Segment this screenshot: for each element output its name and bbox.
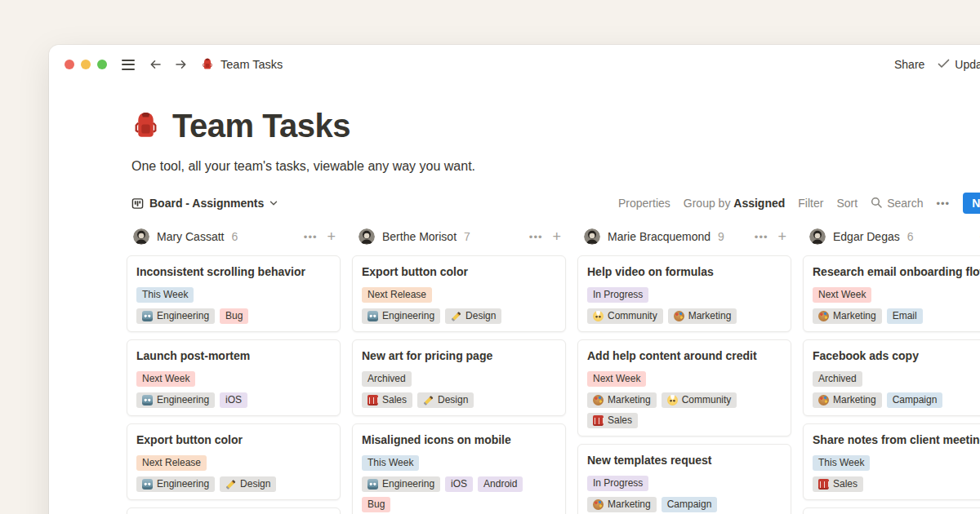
chevron-down-icon [270, 200, 278, 206]
column-count: 6 [231, 230, 238, 243]
forward-arrow-icon[interactable] [174, 58, 188, 71]
tag-pill: Android [478, 476, 523, 492]
palette-icon [674, 311, 684, 321]
task-card[interactable]: Share notes from client meeting This Wee… [803, 423, 980, 500]
board-column: Mary Cassatt 6 ••• + Inconsistent scroll… [127, 228, 341, 514]
status-pill: In Progress [587, 287, 648, 303]
tag-pill: Campaign [887, 392, 943, 408]
task-card[interactable]: New art for pricing page Archived SalesD… [352, 339, 566, 416]
page-subtitle[interactable]: One tool, all your team's tasks, viewabl… [49, 159, 980, 174]
column-add-icon[interactable]: + [327, 229, 336, 244]
task-card[interactable]: Help video on formulas In Progress Commu… [577, 255, 791, 332]
column-add-icon[interactable]: + [777, 229, 786, 244]
updates-label: Updates [955, 58, 980, 71]
card-status-row: Next Week [136, 370, 331, 387]
properties-button[interactable]: Properties [618, 197, 670, 210]
check-icon [938, 58, 950, 71]
updates-button[interactable]: Updates [938, 58, 980, 71]
share-button[interactable]: Share [894, 58, 924, 71]
more-options-icon[interactable]: ••• [936, 197, 950, 210]
card-title: Share notes from client meeting [813, 432, 980, 448]
card-tags-row: SalesDesign [362, 392, 556, 408]
card-list: Inconsistent scrolling behavior This Wee… [127, 255, 341, 514]
column-more-icon[interactable]: ••• [755, 231, 768, 243]
card-tags-row: EngineeringBug [136, 308, 331, 324]
column-more-icon[interactable]: ••• [529, 231, 543, 243]
card-tags-row: Sales [813, 476, 980, 492]
close-window-button[interactable] [65, 60, 74, 69]
view-label: Board - Assignments [149, 197, 264, 210]
board-column: Berthe Morisot 7 ••• + Export button col… [352, 228, 566, 514]
card-title: Inconsistent scrolling behavior [136, 264, 331, 280]
bank-icon [818, 479, 829, 490]
page-icon-backpack[interactable] [131, 109, 161, 143]
tag-pill: Design [417, 392, 474, 408]
status-pill: This Week [362, 455, 419, 471]
back-arrow-icon[interactable] [149, 58, 163, 71]
column-title: Berthe Morisot [382, 230, 457, 243]
card-status-row: This Week [813, 454, 980, 471]
filter-button[interactable]: Filter [798, 197, 823, 210]
card-list: Export button color Next Release Enginee… [352, 255, 566, 514]
task-card[interactable]: Email drip campaign [803, 507, 980, 514]
tag-pill: Engineering [136, 476, 215, 492]
card-list: Research email onboarding flows Next Wee… [803, 255, 980, 514]
pencil-icon [451, 311, 461, 321]
breadcrumb[interactable]: Team Tasks [201, 57, 283, 73]
robot-icon [368, 479, 378, 490]
card-status-row: Next Release [136, 454, 331, 471]
column-header: Marie Bracquemond 9 ••• + [577, 228, 791, 246]
column-header: Edgar Degas 6 ••• + [803, 228, 980, 246]
board-column: Edgar Degas 6 ••• + Research email onboa… [803, 228, 980, 514]
column-header: Berthe Morisot 7 ••• + [352, 228, 566, 246]
card-status-row: Next Week [813, 286, 980, 303]
status-pill: This Week [136, 287, 194, 303]
minimize-window-button[interactable] [81, 60, 91, 69]
status-pill: In Progress [587, 476, 648, 491]
zoom-window-button[interactable] [97, 60, 107, 69]
status-pill: Next Release [136, 455, 207, 471]
sort-button[interactable]: Sort [836, 197, 858, 210]
tag-pill: iOS [220, 392, 247, 408]
palette-icon [818, 311, 829, 321]
task-card[interactable]: Inconsistent scrolling behavior This Wee… [127, 255, 341, 332]
card-tags-row: EngineeringiOS [136, 392, 331, 408]
task-card[interactable]: Export button color Next Release Enginee… [352, 255, 566, 332]
new-button[interactable]: New [963, 193, 980, 214]
column-add-icon[interactable]: + [552, 229, 561, 244]
card-status-row: In Progress [587, 475, 782, 491]
task-card[interactable]: Facebook ads copy Archived MarketingCamp… [803, 339, 980, 416]
task-card[interactable]: Export button color Next Release Enginee… [127, 423, 341, 500]
tag-pill: Marketing [813, 308, 882, 324]
search-button[interactable]: Search [871, 197, 923, 210]
task-card[interactable]: New templates request In Progress Market… [577, 444, 791, 514]
card-status-row: This Week [362, 454, 556, 471]
window-topbar: Team Tasks Share Updates [49, 45, 980, 84]
robot-icon [142, 479, 153, 490]
card-status-row: Archived [813, 370, 980, 387]
card-title: Launch post-mortem [136, 348, 331, 364]
tag-pill: Marketing [587, 497, 657, 512]
column-title: Edgar Degas [833, 230, 900, 243]
task-card[interactable]: Research email onboarding flows Next Wee… [803, 255, 980, 332]
column-count: 9 [718, 230, 724, 243]
menu-icon[interactable] [122, 60, 135, 70]
status-pill: Next Week [813, 287, 871, 303]
tag-pill: Engineering [136, 392, 215, 408]
group-by-button[interactable]: Group by Assigned [684, 197, 786, 210]
card-tags-row: MarketingCampaign [813, 392, 980, 408]
card-title: Research email onboarding flows [813, 264, 980, 280]
avatar [809, 228, 826, 245]
card-tags-row: EngineeringDesign [136, 476, 331, 492]
card-tags-row: EngineeringDesign [362, 308, 556, 324]
palette-icon [593, 499, 604, 510]
task-card[interactable]: Launch post-mortem Next Week Engineering… [127, 339, 341, 416]
column-more-icon[interactable]: ••• [304, 231, 318, 243]
task-card[interactable]: Misaligned icons on mobile This Week Eng… [352, 423, 566, 514]
avatar [359, 228, 375, 245]
task-card[interactable]: New onboarding checklist [127, 507, 341, 514]
page-title[interactable]: Team Tasks [172, 108, 350, 144]
task-card[interactable]: Add help content around credit Next Week… [577, 339, 791, 436]
view-selector[interactable]: Board - Assignments [131, 197, 278, 210]
tag-pill: Bug [362, 497, 390, 512]
